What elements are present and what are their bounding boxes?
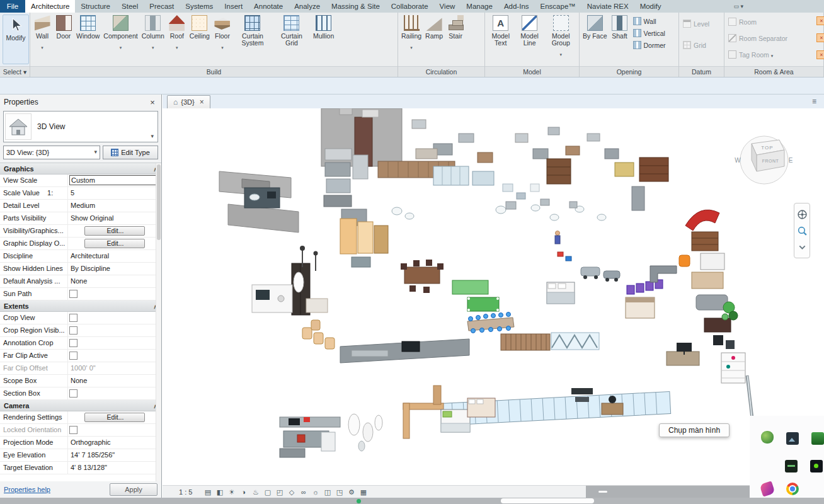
property-row-annotation-crop[interactable]: Annotation Crop	[0, 337, 161, 350]
zoom-icon[interactable]	[797, 226, 808, 236]
property-row-far-clip-active[interactable]: Far Clip Active	[0, 350, 161, 362]
selection-toggle-icon[interactable]	[598, 491, 607, 493]
roof-button[interactable]: Roof	[166, 13, 188, 66]
property-row-target-elevation[interactable]: Target Elevation 4' 8 13/128"	[0, 462, 161, 474]
dormer-button[interactable]: Dormer	[631, 39, 668, 51]
tab-collaborate[interactable]: Collaborate	[386, 0, 434, 13]
scale-button[interactable]: 1 : 5	[175, 488, 196, 496]
property-row-parts-visibility[interactable]: Parts Visibility Show Original	[0, 212, 161, 225]
view-tab-3d[interactable]: {3D}	[167, 95, 210, 108]
wall-opening-button[interactable]: Wall	[631, 15, 668, 27]
section-header-graphics[interactable]: Graphics	[0, 163, 161, 175]
tab-massing-site[interactable]: Massing & Site	[326, 0, 386, 13]
taskbar-search-box[interactable]	[501, 498, 594, 503]
rendering-dialog-button[interactable]: ♨	[250, 487, 261, 497]
property-row-far-clip-offset[interactable]: Far Clip Offset 1000' 0"	[0, 362, 161, 375]
column-button[interactable]: Column	[140, 13, 166, 66]
circulation-panel-label[interactable]: Circulation	[398, 66, 484, 77]
properties-scrollbar[interactable]	[156, 163, 161, 481]
property-row-crop-region-visib[interactable]: Crop Region Visib...	[0, 324, 161, 337]
tab-modify[interactable]: Modify	[634, 0, 667, 13]
plant-shortcut-icon[interactable]	[761, 431, 774, 444]
navbar-more-icon[interactable]	[797, 242, 808, 253]
tab-steel[interactable]: Steel	[116, 0, 144, 13]
level-button[interactable]: Level	[680, 18, 712, 30]
sun-path-button[interactable]: ☀	[226, 487, 237, 497]
temporary-hide-isolate-button[interactable]: ∞	[298, 487, 309, 497]
tag-room-button[interactable]: Tag Room	[726, 49, 790, 60]
opening-panel-label[interactable]: Opening	[580, 66, 678, 77]
window-button[interactable]: Window	[74, 13, 101, 66]
tab-annotate[interactable]: Annotate	[248, 0, 289, 13]
tab-precast[interactable]: Precast	[144, 0, 180, 13]
view-selector-combo[interactable]: 3D View: {3D}	[3, 146, 100, 159]
edit-type-button[interactable]: Edit Type	[103, 146, 158, 159]
green-app-shortcut-icon[interactable]	[811, 432, 824, 445]
unlocked-view-button[interactable]: ◇	[286, 487, 297, 497]
model-panel-label[interactable]: Model	[485, 66, 579, 77]
door-button[interactable]: Door	[53, 13, 74, 66]
dark-app-shortcut-icon[interactable]	[785, 460, 798, 472]
curtain-grid-button[interactable]: Curtain Grid	[272, 13, 311, 66]
robot-app-shortcut-icon[interactable]	[810, 460, 823, 472]
reveal-hidden-button[interactable]: ☼	[310, 487, 321, 497]
model-group-button[interactable]: Model Group	[544, 13, 578, 66]
taskbar-app-icon[interactable]	[357, 499, 361, 503]
property-row-default-analysis[interactable]: Default Analysis ... None	[0, 275, 161, 288]
close-icon[interactable]	[147, 98, 157, 107]
analytical-toggle-button[interactable]: ▦	[358, 487, 369, 497]
shaft-button[interactable]: Shaft	[609, 13, 631, 66]
property-row-section-box[interactable]: Section Box	[0, 387, 161, 400]
room-area-panel-label[interactable]: Room & Area	[724, 66, 823, 77]
property-row-projection-mode[interactable]: Projection Mode Orthographic	[0, 437, 161, 449]
view-tab-overflow-icon[interactable]	[812, 97, 816, 106]
properties-help-link[interactable]: Properties help	[4, 486, 50, 493]
ramp-button[interactable]: Ramp	[423, 13, 445, 66]
shadows-button[interactable]: ◑	[238, 487, 249, 497]
room-separator-button[interactable]: Room Separator	[726, 32, 790, 44]
chrome-shortcut-icon[interactable]	[786, 483, 799, 495]
model-line-button[interactable]: Model Line	[515, 13, 544, 66]
property-row-graphic-display-o[interactable]: Graphic Display O... Edit...	[0, 238, 161, 250]
tag-area-icon[interactable]	[816, 50, 823, 59]
stair-button[interactable]: Stair	[445, 13, 466, 66]
mullion-button[interactable]: Mullion	[311, 13, 336, 66]
show-crop-button[interactable]: ◰	[274, 487, 285, 497]
detail-level-button[interactable]: ▤	[202, 487, 213, 497]
select-panel-label[interactable]: Select ▾	[0, 66, 30, 77]
displace-elements-button[interactable]: ◳	[334, 487, 345, 497]
tab-add-ins[interactable]: Add-Ins	[498, 0, 535, 13]
property-row-scale-value-1[interactable]: Scale Value 1: 5	[0, 187, 161, 200]
tab-enscape[interactable]: Enscape™	[535, 0, 581, 13]
tab-analyze[interactable]: Analyze	[289, 0, 326, 13]
property-row-visibility-graphics[interactable]: Visibility/Graphics... Edit...	[0, 225, 161, 238]
room-button[interactable]: Room	[726, 16, 790, 28]
tab-systems[interactable]: Systems	[180, 0, 219, 13]
crop-view-button[interactable]: ▢	[262, 487, 273, 497]
model-text-button[interactable]: Model Text	[486, 13, 515, 66]
navigation-wheel-icon[interactable]	[797, 209, 808, 220]
vertical-opening-button[interactable]: Vertical	[631, 27, 668, 39]
constraints-button[interactable]: ⚙	[346, 487, 357, 497]
type-selector[interactable]: 3D View	[3, 111, 158, 142]
component-button[interactable]: Component	[101, 13, 139, 66]
property-row-sun-path[interactable]: Sun Path	[0, 288, 161, 301]
wall-button[interactable]: Wall	[31, 13, 53, 66]
tab-manage[interactable]: Manage	[461, 0, 498, 13]
build-panel-label[interactable]: Build	[30, 66, 398, 77]
ceiling-button[interactable]: Ceiling	[188, 13, 212, 66]
railing-button[interactable]: Railing	[399, 13, 423, 66]
tab-insert[interactable]: Insert	[219, 0, 248, 13]
viewcube[interactable]: W E TOP FRONT	[733, 129, 796, 189]
close-view-icon[interactable]	[200, 98, 204, 106]
property-row-show-hidden-lines[interactable]: Show Hidden Lines By Discipline	[0, 263, 161, 275]
by-face-button[interactable]: By Face	[581, 13, 609, 66]
file-menu-button[interactable]: File	[0, 0, 25, 13]
tab-architecture[interactable]: Architecture	[25, 0, 75, 13]
tab-view[interactable]: View	[434, 0, 461, 13]
property-row-eye-elevation[interactable]: Eye Elevation 14' 7 185/256"	[0, 449, 161, 462]
visual-style-button[interactable]: ◧	[214, 487, 225, 497]
area-icon[interactable]	[816, 16, 823, 25]
tab-naviate-rex[interactable]: Naviate REX	[581, 0, 634, 13]
property-row-discipline[interactable]: Discipline Architectural	[0, 250, 161, 263]
